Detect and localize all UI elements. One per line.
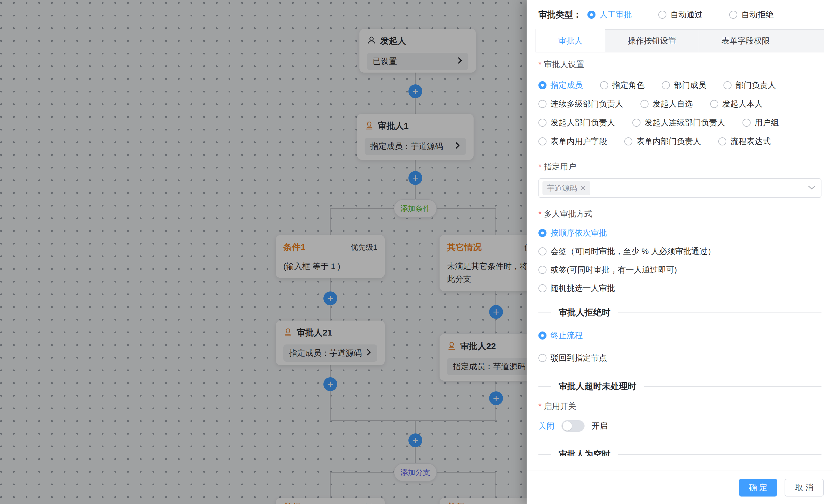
radio-icon xyxy=(539,284,547,292)
radio-icon xyxy=(723,81,732,89)
radio-icon xyxy=(588,11,595,19)
radio-icon xyxy=(539,100,547,108)
approver-setting-row: 指定成员 指定角色 部门成员 部门负责人 xyxy=(539,79,822,91)
radio-icon xyxy=(742,119,751,127)
multi-mode-option: 随机挑选一人审批 xyxy=(539,282,822,294)
reject-option: 终止流程 xyxy=(539,330,822,341)
radio-icon xyxy=(600,81,608,89)
radio-icon xyxy=(539,354,547,362)
drawer-footer: 确 定 取 消 xyxy=(527,471,833,504)
cancel-button[interactable]: 取 消 xyxy=(785,479,824,497)
settings-tabs: 审批人 操作按钮设置 表单字段权限 xyxy=(536,29,824,52)
required-asterisk: * xyxy=(539,162,542,171)
radio-designated-member[interactable]: 指定成员 xyxy=(539,80,583,91)
required-asterisk: * xyxy=(539,402,542,411)
radio-user-group[interactable]: 用户组 xyxy=(742,117,779,128)
multi-approve-mode-label: * 多人审批方式 xyxy=(539,208,822,220)
radio-icon xyxy=(539,229,547,237)
radio-random-one[interactable]: 随机挑选一人审批 xyxy=(539,283,615,294)
radio-icon xyxy=(729,11,737,19)
radio-form-dept-leader[interactable]: 表单内部门负责人 xyxy=(624,136,701,147)
drawer-content: * 审批人设置 指定成员 指定角色 部门成员 部门负责人 连续多级部门负责人 发… xyxy=(527,52,833,456)
required-asterisk: * xyxy=(539,60,542,69)
timeout-section-title: 审批人超时未处理时 xyxy=(551,380,644,392)
timeout-section-divider: 审批人超时未处理时 xyxy=(539,380,822,392)
chevron-down-icon xyxy=(808,185,816,191)
radio-icon xyxy=(539,81,547,89)
reject-section-divider: 审批人拒绝时 xyxy=(539,307,822,318)
tag-label: 芋道源码 xyxy=(547,183,577,193)
approval-type-label: 审批类型： xyxy=(539,9,582,21)
radio-dept-leader[interactable]: 部门负责人 xyxy=(723,80,776,91)
switch-off-label: 关闭 xyxy=(539,421,554,431)
radio-initiator-self[interactable]: 发起人本人 xyxy=(710,99,763,109)
empty-section-divider: 审批人为空时 xyxy=(539,448,822,456)
radio-initiator-multi-dept-leader[interactable]: 发起人连续部门负责人 xyxy=(633,117,725,128)
radio-process-expression[interactable]: 流程表达式 xyxy=(718,136,771,147)
radio-return-to-node[interactable]: 驳回到指定节点 xyxy=(539,353,607,363)
radio-icon xyxy=(662,81,670,89)
enable-switch-row: 关闭 开启 xyxy=(539,420,822,432)
radio-icon xyxy=(624,137,633,146)
confirm-button[interactable]: 确 定 xyxy=(739,479,777,497)
switch-on-label: 开启 xyxy=(592,421,608,431)
multi-mode-option: 会签（可同时审批，至少 % 人必须审批通过） xyxy=(539,246,822,257)
radio-terminate-process[interactable]: 终止流程 xyxy=(539,330,583,341)
radio-auto-pass[interactable]: 自动通过 xyxy=(658,9,703,20)
tab-approver[interactable]: 审批人 xyxy=(536,29,605,52)
approver-setting-row: 连续多级部门负责人 发起人自选 发起人本人 xyxy=(539,98,822,110)
tab-form-field-permissions[interactable]: 表单字段权限 xyxy=(699,30,792,52)
radio-icon xyxy=(539,119,547,127)
enable-switch-label: * 启用开关 xyxy=(539,401,822,412)
tab-action-buttons[interactable]: 操作按钮设置 xyxy=(605,30,699,52)
toggle-knob xyxy=(563,421,572,431)
approval-type-row: 审批类型： 人工审批 自动通过 自动拒绝 xyxy=(527,0,833,29)
selected-user-tag: 芋道源码 × xyxy=(543,181,590,195)
reject-section-title: 审批人拒绝时 xyxy=(551,307,618,319)
radio-or-sign[interactable]: 或签(可同时审批，有一人通过即可) xyxy=(539,264,677,275)
radio-icon xyxy=(633,119,640,127)
radio-icon xyxy=(539,137,547,146)
enable-toggle[interactable] xyxy=(562,420,585,432)
radio-designated-role[interactable]: 指定角色 xyxy=(600,80,644,91)
multi-mode-option: 按顺序依次审批 xyxy=(539,227,822,239)
reject-option: 驳回到指定节点 xyxy=(539,352,822,364)
radio-countersign[interactable]: 会签（可同时审批，至少 % 人必须审批通过） xyxy=(539,246,715,257)
assign-user-label: * 指定用户 xyxy=(539,161,822,173)
radio-auto-reject[interactable]: 自动拒绝 xyxy=(729,9,774,20)
assign-user-select[interactable]: 芋道源码 × xyxy=(539,178,822,198)
radio-label: 自动拒绝 xyxy=(741,9,774,20)
radio-form-user-field[interactable]: 表单内用户字段 xyxy=(539,136,607,147)
radio-icon xyxy=(539,266,547,274)
radio-label: 自动通过 xyxy=(670,9,703,20)
radio-icon xyxy=(710,100,718,108)
radio-multi-level-dept-leader[interactable]: 连续多级部门负责人 xyxy=(539,99,623,109)
radio-initiator-dept-leader[interactable]: 发起人部门负责人 xyxy=(539,117,615,128)
radio-manual-approval[interactable]: 人工审批 xyxy=(588,9,632,20)
approver-settings-drawer: 审批类型： 人工审批 自动通过 自动拒绝 审批人 操作按钮设置 表单字段权限 *… xyxy=(527,0,833,504)
radio-dept-member[interactable]: 部门成员 xyxy=(662,80,706,91)
radio-initiator-choose[interactable]: 发起人自选 xyxy=(640,99,693,109)
radio-icon xyxy=(718,137,727,146)
radio-icon xyxy=(539,331,547,339)
radio-icon xyxy=(640,100,648,108)
radio-icon xyxy=(539,247,547,255)
approver-setting-row: 表单内用户字段 表单内部门负责人 流程表达式 xyxy=(539,136,822,147)
required-asterisk: * xyxy=(539,209,542,219)
approver-setting-row: 发起人部门负责人 发起人连续部门负责人 用户组 xyxy=(539,117,822,128)
tag-remove-icon[interactable]: × xyxy=(580,184,586,193)
multi-mode-option: 或签(可同时审批，有一人通过即可) xyxy=(539,264,822,276)
radio-icon xyxy=(658,11,666,19)
empty-section-title: 审批人为空时 xyxy=(551,448,618,456)
radio-sequential-approval[interactable]: 按顺序依次审批 xyxy=(539,228,607,238)
radio-label: 人工审批 xyxy=(599,9,632,20)
approver-setting-label: * 审批人设置 xyxy=(539,59,822,70)
